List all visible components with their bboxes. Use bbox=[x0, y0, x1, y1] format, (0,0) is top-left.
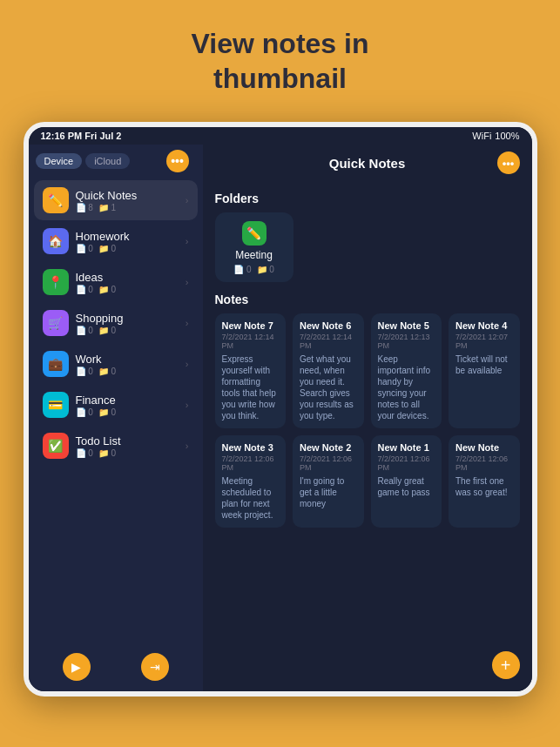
sidebar-item-finance[interactable]: 💳 Finance 📄 0 📁 0 › bbox=[34, 385, 198, 425]
sidebar-item-name-todo-list: Todo List bbox=[76, 434, 186, 448]
note-date-0: 7/2/2021 12:14 PM bbox=[222, 333, 280, 350]
doc-icon: 📄 0 bbox=[76, 285, 93, 294]
sidebar-icon-finance: 💳 bbox=[43, 392, 69, 418]
note-preview-3: Ticket will not be available bbox=[455, 353, 513, 376]
note-title-1: New Note 6 bbox=[300, 320, 357, 331]
note-date-4: 7/2/2021 12:06 PM bbox=[222, 454, 280, 472]
folder-icon-meeting: ✏️ bbox=[242, 221, 267, 246]
note-card-3[interactable]: New Note 4 7/2/2021 12:07 PM Ticket will… bbox=[449, 313, 520, 428]
doc-icon: 📄 0 bbox=[76, 367, 93, 376]
status-right: WiFi 100% bbox=[472, 131, 519, 141]
note-preview-5: I'm going to get a little money bbox=[300, 475, 357, 509]
folder-icon: 📁 0 bbox=[98, 326, 116, 335]
folder-card-meeting[interactable]: ✏️ Meeting 📄 0 📁 0 bbox=[215, 212, 293, 282]
note-title-6: New Note 1 bbox=[378, 442, 435, 453]
sidebar-icon-shopping: 🛒 bbox=[43, 310, 69, 336]
doc-icon: 📄 8 bbox=[76, 203, 93, 212]
chevron-icon: › bbox=[186, 359, 189, 369]
sidebar-item-work[interactable]: 💼 Work 📄 0 📁 0 › bbox=[34, 344, 198, 384]
sidebar-item-meta-todo-list: 📄 0 📁 0 bbox=[76, 448, 186, 458]
chevron-icon: › bbox=[186, 400, 189, 410]
note-preview-4: Meeting scheduled to plan for next week … bbox=[222, 475, 280, 521]
doc-icon: 📄 0 bbox=[76, 448, 93, 458]
note-preview-0: Express yourself with formatting tools t… bbox=[222, 353, 280, 421]
sidebar-item-name-work: Work bbox=[76, 353, 186, 366]
content-scroll[interactable]: Folders ✏️ Meeting 📄 0 📁 0 bbox=[203, 181, 532, 691]
sidebar-item-quick-notes[interactable]: ✏️ Quick Notes 📄 8 📁 1 › bbox=[34, 180, 198, 220]
sidebar-item-name-shopping: Shopping bbox=[76, 312, 186, 325]
folder-icon: 📁 0 bbox=[98, 448, 116, 458]
sidebar-item-name-quick-notes: Quick Notes bbox=[76, 189, 186, 202]
note-card-5[interactable]: New Note 2 7/2/2021 12:06 PM I'm going t… bbox=[293, 435, 364, 528]
folder-icon: 📁 0 bbox=[98, 285, 116, 294]
doc-icon: 📄 0 bbox=[76, 244, 93, 253]
chevron-icon: › bbox=[186, 318, 189, 328]
note-card-2[interactable]: New Note 5 7/2/2021 12:13 PM Keep import… bbox=[371, 313, 442, 428]
note-preview-2: Keep important info handy by syncing you… bbox=[378, 353, 435, 421]
sidebar-item-meta-shopping: 📄 0 📁 0 bbox=[76, 326, 186, 335]
heading-line2: thumbnail bbox=[213, 63, 347, 94]
folder-icon: 📁 0 bbox=[98, 407, 116, 417]
note-card-7[interactable]: New Note 7/2/2021 12:06 PM The first one… bbox=[449, 435, 520, 528]
chevron-icon: › bbox=[186, 236, 189, 246]
sidebar-bottom-bar: ▶ ⇥ bbox=[29, 646, 203, 684]
notes-grid: New Note 7 7/2/2021 12:14 PM Express you… bbox=[215, 313, 520, 528]
sidebar-item-name-ideas: Ideas bbox=[76, 271, 186, 284]
sidebar-icon-todo-list: ✅ bbox=[43, 433, 69, 459]
sidebar-item-shopping[interactable]: 🛒 Shopping 📄 0 📁 0 › bbox=[34, 303, 198, 343]
sidebar-item-homework[interactable]: 🏠 Homework 📄 0 📁 0 › bbox=[34, 221, 198, 261]
status-time: 12:16 PM Fri Jul 2 bbox=[41, 131, 122, 141]
note-date-6: 7/2/2021 12:06 PM bbox=[378, 454, 435, 472]
note-title-0: New Note 7 bbox=[222, 320, 280, 331]
note-card-1[interactable]: New Note 6 7/2/2021 12:14 PM Get what yo… bbox=[293, 313, 364, 428]
note-date-7: 7/2/2021 12:06 PM bbox=[455, 454, 513, 472]
note-title-5: New Note 2 bbox=[300, 442, 357, 453]
note-date-2: 7/2/2021 12:13 PM bbox=[378, 333, 435, 350]
note-preview-6: Really great game to pass bbox=[378, 475, 435, 498]
folder-icon: 📁 0 bbox=[98, 367, 116, 376]
sidebar-items-list: ✏️ Quick Notes 📄 8 📁 1 › 🏠 Homework 📄 0 … bbox=[29, 178, 203, 646]
folders-label: Folders bbox=[215, 192, 520, 205]
export-button[interactable]: ⇥ bbox=[141, 653, 169, 681]
device-tab[interactable]: Device bbox=[36, 153, 83, 169]
folder-meta-meeting: 📄 0 📁 0 bbox=[233, 265, 274, 274]
note-date-3: 7/2/2021 12:07 PM bbox=[455, 333, 513, 350]
status-bar: 12:16 PM Fri Jul 2 WiFi 100% bbox=[29, 127, 532, 145]
note-title-4: New Note 3 bbox=[222, 442, 280, 453]
note-card-4[interactable]: New Note 3 7/2/2021 12:06 PM Meeting sch… bbox=[215, 435, 287, 528]
sidebar-icon-quick-notes: ✏️ bbox=[43, 187, 69, 213]
sidebar-icon-homework: 🏠 bbox=[43, 228, 69, 254]
page-heading: View notes in thumbnail bbox=[192, 26, 369, 96]
note-date-5: 7/2/2021 12:06 PM bbox=[300, 454, 357, 472]
tablet-screen: 12:16 PM Fri Jul 2 WiFi 100% Device iClo… bbox=[29, 127, 532, 691]
folder-icon: 📁 1 bbox=[98, 203, 116, 212]
note-preview-7: The first one was so great! bbox=[455, 475, 513, 498]
sidebar-icon-work: 💼 bbox=[43, 351, 69, 377]
content-title: Quick Notes bbox=[238, 156, 497, 171]
wifi-icon: WiFi bbox=[472, 131, 491, 141]
battery-icon: 100% bbox=[495, 131, 519, 141]
chevron-icon: › bbox=[186, 195, 189, 205]
note-card-0[interactable]: New Note 7 7/2/2021 12:14 PM Express you… bbox=[215, 313, 287, 428]
note-date-1: 7/2/2021 12:14 PM bbox=[300, 333, 357, 350]
doc-icon: 📄 0 bbox=[76, 326, 93, 335]
icloud-tab[interactable]: iCloud bbox=[85, 153, 130, 169]
folders-row: ✏️ Meeting 📄 0 📁 0 bbox=[215, 212, 520, 282]
content-header: Quick Notes ••• bbox=[203, 145, 532, 181]
sidebar-item-todo-list[interactable]: ✅ Todo List 📄 0 📁 0 › bbox=[34, 426, 198, 466]
sidebar-item-ideas[interactable]: 📍 Ideas 📄 0 📁 0 › bbox=[34, 262, 198, 302]
content-menu-button[interactable]: ••• bbox=[497, 151, 520, 174]
note-card-6[interactable]: New Note 1 7/2/2021 12:06 PM Really grea… bbox=[371, 435, 442, 528]
content-area: Quick Notes ••• Folders ✏️ Meeting 📄 0 bbox=[203, 145, 532, 691]
play-button[interactable]: ▶ bbox=[63, 653, 91, 681]
sidebar-item-meta-ideas: 📄 0 📁 0 bbox=[76, 285, 186, 294]
sidebar-item-meta-work: 📄 0 📁 0 bbox=[76, 367, 186, 376]
sidebar-item-meta-finance: 📄 0 📁 0 bbox=[76, 407, 186, 417]
sidebar-menu-button[interactable]: ••• bbox=[166, 150, 189, 172]
chevron-icon: › bbox=[186, 277, 189, 287]
sidebar-icon-ideas: 📍 bbox=[43, 269, 69, 295]
sidebar-item-meta-quick-notes: 📄 8 📁 1 bbox=[76, 203, 186, 212]
fab-button[interactable]: + bbox=[492, 651, 520, 679]
note-title-3: New Note 4 bbox=[455, 320, 513, 331]
sidebar-item-name-homework: Homework bbox=[76, 230, 186, 243]
